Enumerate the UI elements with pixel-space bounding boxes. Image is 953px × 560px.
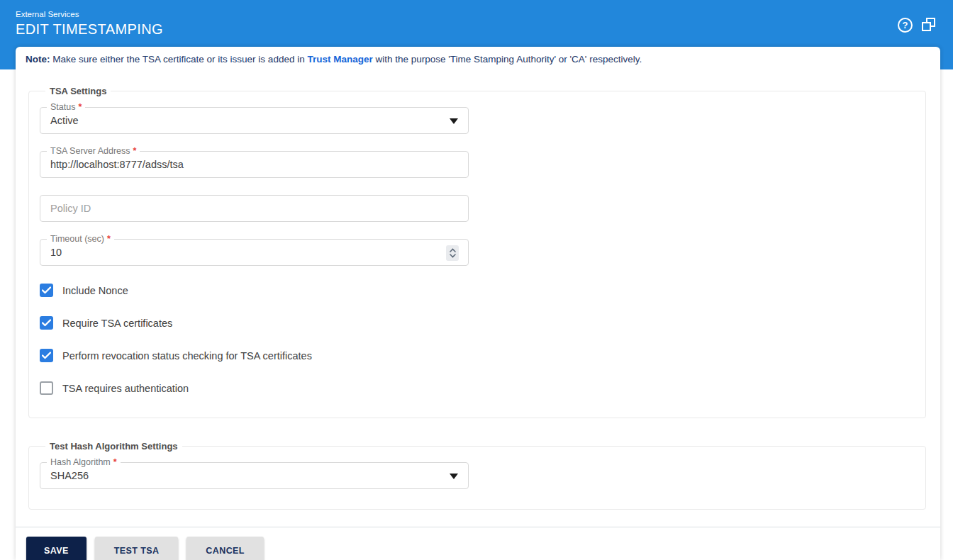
tsa-server-address-input[interactable] <box>40 152 468 177</box>
tsa-settings-fieldset: TSA Settings Status * Active TSA Server … <box>28 86 926 418</box>
checkbox-tsa-requires-authentication[interactable]: TSA requires authentication <box>40 381 189 395</box>
status-select[interactable]: Status * Active <box>40 107 469 134</box>
header-titles: External Services EDIT TIMESTAMPING <box>16 10 163 38</box>
note-text-before: Make sure either the TSA certificate or … <box>50 54 308 65</box>
checkbox-label: Require TSA certificates <box>62 318 172 329</box>
number-stepper[interactable] <box>446 245 459 261</box>
required-asterisk: * <box>113 457 117 468</box>
content-panel: Note: Make sure either the TSA certifica… <box>16 47 940 560</box>
trust-manager-link[interactable]: Trust Manager <box>307 54 372 65</box>
status-label: Status * <box>47 101 85 113</box>
checkbox-require-tsa-certificates[interactable]: Require TSA certificates <box>40 316 172 330</box>
checkbox-label: Perform revocation status checking for T… <box>62 350 312 362</box>
check-icon <box>42 352 51 359</box>
hash-settings-legend: Test Hash Algorithm Settings <box>45 441 182 452</box>
checkbox-section: Include Nonce Require TSA certificates P… <box>40 284 925 395</box>
policy-id-input[interactable] <box>40 196 468 221</box>
timeout-field: Timeout (sec) * <box>40 239 469 266</box>
duplicate-icon[interactable] <box>920 17 936 33</box>
tsa-settings-legend: TSA Settings <box>45 86 111 96</box>
required-asterisk: * <box>78 101 82 113</box>
chevron-down-icon <box>450 118 458 124</box>
hash-algorithm-select[interactable]: Hash Algorithm * SHA256 <box>40 462 469 489</box>
note-text-after: with the purpose 'Time Stamping Authorit… <box>373 54 642 65</box>
checkbox-revocation-status-checking[interactable]: Perform revocation status checking for T… <box>40 349 312 362</box>
page-title: EDIT TIMESTAMPING <box>16 21 163 38</box>
action-buttons: SAVE TEST TSA CANCEL <box>16 527 940 560</box>
cancel-button[interactable]: CANCEL <box>186 537 263 560</box>
checkbox-label: Include Nonce <box>62 285 128 296</box>
header-icons: ? <box>898 17 936 33</box>
checkbox[interactable] <box>40 381 53 395</box>
checkbox[interactable] <box>40 349 53 362</box>
hash-algorithm-label: Hash Algorithm * <box>47 457 121 468</box>
policy-id-field <box>40 195 469 222</box>
duplicate-icon-front <box>922 22 931 31</box>
breadcrumb: External Services <box>16 10 163 18</box>
check-icon <box>42 286 51 294</box>
checkbox[interactable] <box>40 316 53 330</box>
timeout-input[interactable] <box>40 240 468 265</box>
checkbox-label: TSA requires authentication <box>62 383 189 394</box>
note-bar: Note: Make sure either the TSA certifica… <box>16 47 940 71</box>
test-tsa-button[interactable]: TEST TSA <box>95 537 179 560</box>
chevron-down-icon <box>450 474 458 479</box>
note-prefix: Note: <box>26 54 50 65</box>
help-icon[interactable]: ? <box>898 18 913 33</box>
save-button[interactable]: SAVE <box>26 537 87 560</box>
form-content: TSA Settings Status * Active TSA Server … <box>16 86 940 510</box>
stepper-down-icon <box>450 254 456 258</box>
stepper-up-icon <box>450 248 456 252</box>
check-icon <box>42 319 51 327</box>
checkbox-include-nonce[interactable]: Include Nonce <box>40 284 128 297</box>
tsa-server-address-field: TSA Server Address * <box>40 151 469 178</box>
hash-settings-fieldset: Test Hash Algorithm Settings Hash Algori… <box>28 441 926 510</box>
checkbox[interactable] <box>40 284 53 297</box>
status-value: Active <box>40 108 468 133</box>
